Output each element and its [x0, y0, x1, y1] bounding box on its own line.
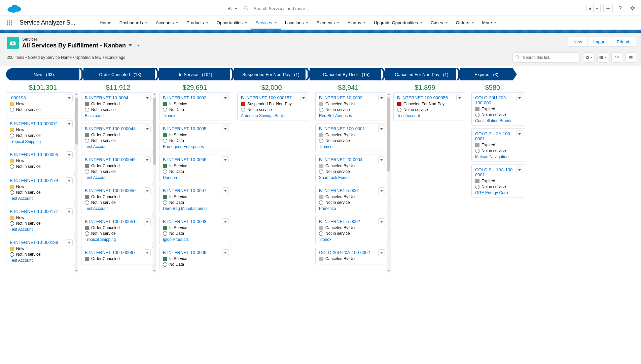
- card-title-link[interactable]: B-INTERNET-10-0007: [163, 188, 227, 193]
- card-menu-button[interactable]: [378, 249, 385, 256]
- stage-expired[interactable]: Expired (3): [460, 68, 513, 80]
- card-title-link[interactable]: B-INTERNET-10-000174: [10, 178, 71, 183]
- nav-cases[interactable]: Cases: [427, 16, 452, 30]
- kanban-card[interactable]: COLO-2U-2A-100-0001ExpiredNot in service…: [471, 128, 525, 161]
- kanban-card[interactable]: B-INTERNET-100-0001Canceled By UserNot i…: [315, 123, 387, 151]
- card-title-link[interactable]: B-INTERNET-10-0005: [163, 126, 227, 131]
- stage-in-service[interactable]: In Service (104): [159, 68, 232, 80]
- card-account-link[interactable]: Tronox: [319, 237, 331, 242]
- app-launcher-icon[interactable]: [6, 20, 13, 26]
- nav-opportunities[interactable]: Opportunities: [213, 16, 251, 30]
- card-account-link[interactable]: Matson Navigation: [475, 154, 508, 159]
- card-title-link[interactable]: B-INTERNET-10-0009: [163, 250, 227, 255]
- card-menu-button[interactable]: [222, 95, 229, 101]
- card-title-link[interactable]: B-INTERNET-100-000050: [85, 188, 149, 193]
- card-title-link[interactable]: B-INTERNET-100-000056: [397, 95, 462, 100]
- card-title-link[interactable]: B-INTERNET-100-000049: [85, 157, 149, 162]
- card-account-link[interactable]: Test Account: [85, 175, 108, 180]
- card-title-link[interactable]: COLO-20U-20A-100-0002: [319, 250, 384, 255]
- kanban-card[interactable]: B-INTERNET-10-0007In ServiceNo DataDuro …: [159, 185, 231, 213]
- kanban-card[interactable]: B-INTERNET-10-0009In ServiceNo Data: [159, 247, 231, 270]
- card-menu-button[interactable]: [66, 177, 73, 184]
- card-title-link[interactable]: B-INTERNET-100-000048: [85, 126, 149, 131]
- kanban-card[interactable]: B-INTERNET-10-0008In ServiceNo DataIgloo…: [159, 216, 231, 244]
- stage-suspended-for-non-pay[interactable]: Suspended For Non-Pay (1): [234, 68, 308, 80]
- kanban-card[interactable]: B-INTERNET-100-000157Suspended For Non-P…: [237, 92, 309, 120]
- search-scope-selector[interactable]: All: [224, 3, 240, 14]
- nav-orders[interactable]: Orders: [452, 16, 478, 30]
- card-account-link[interactable]: Red Bull Americas: [319, 113, 352, 118]
- card-title-link[interactable]: COLO-9U-10A-100-0001: [475, 167, 522, 177]
- nav-elements[interactable]: Elements: [313, 16, 344, 30]
- card-menu-button[interactable]: [378, 187, 385, 194]
- nav-more[interactable]: More: [478, 16, 501, 30]
- setup-button[interactable]: [628, 4, 637, 13]
- kanban-card[interactable]: COLO-20U-20A-100-0002Canceled By User: [315, 247, 387, 264]
- card-title-link[interactable]: B-INTERNET-5-0001: [319, 188, 384, 193]
- kanban-card[interactable]: B-INTERNET-100-000049Order CanceledNot i…: [81, 154, 153, 182]
- kanban-card[interactable]: B-INTERNET-10-000095NewNot in service: [6, 149, 75, 172]
- card-title-link[interactable]: B-INTERNET-100-0001: [319, 126, 384, 131]
- global-search[interactable]: All: [224, 3, 385, 14]
- kanban-card[interactable]: -000198NewNot in service: [6, 92, 75, 115]
- kanban-card[interactable]: B-INTERNET-5-0001Canceled By UserNot in …: [315, 185, 387, 213]
- card-title-link[interactable]: B-INTERNET-10-0003: [319, 95, 384, 100]
- card-title-link[interactable]: -000198: [10, 95, 71, 100]
- card-menu-button[interactable]: [144, 156, 151, 163]
- nav-accounts[interactable]: Accounts: [152, 16, 182, 30]
- card-title-link[interactable]: B-INTERNET-10-0004: [85, 95, 149, 100]
- kanban-card[interactable]: B-INTERNET-100-000067Order Canceled: [81, 247, 153, 264]
- card-menu-button[interactable]: [378, 95, 385, 101]
- card-menu-button[interactable]: [456, 95, 463, 101]
- card-menu-button[interactable]: [378, 218, 385, 225]
- card-menu-button[interactable]: [66, 120, 73, 127]
- card-account-link[interactable]: Test Account: [10, 196, 33, 201]
- card-menu-button[interactable]: [144, 187, 151, 194]
- card-title-link[interactable]: B-INTERNET-10-0008: [163, 219, 227, 224]
- list-view-name[interactable]: All Services By Fulfillment - Kanban: [22, 42, 126, 49]
- kanban-card[interactable]: B-INTERNET-10-0005In ServiceNo DataBrueg…: [159, 123, 231, 151]
- kanban-card[interactable]: B-INTERNET-100-000051Order CanceledNot i…: [81, 216, 153, 244]
- card-menu-button[interactable]: [516, 131, 523, 137]
- kanban-card[interactable]: B-INTERNET-10-000177NewNot in serviceTes…: [6, 206, 75, 234]
- card-account-link[interactable]: Test Account: [85, 144, 108, 149]
- card-title-link[interactable]: B-INTERNET-10-0002: [163, 95, 227, 100]
- nav-products[interactable]: Products: [182, 16, 212, 30]
- stage-canceled-by-user[interactable]: Canceled By User (15): [310, 68, 383, 80]
- printable-view-button[interactable]: Printab: [611, 37, 636, 46]
- card-title-link[interactable]: B-INTERNET-100-000051: [85, 219, 149, 224]
- card-title-link[interactable]: B-INTERNET-100-000157: [241, 95, 306, 100]
- kanban-card[interactable]: B-INTERNET-100-000056Canceled For Non-Pa…: [393, 92, 465, 120]
- card-title-link[interactable]: B-INTERNET-5-0002: [319, 219, 384, 224]
- filters-button[interactable]: [626, 52, 636, 63]
- kanban-card[interactable]: B-INTERNET-100-000050Order CanceledNot i…: [81, 185, 153, 213]
- refresh-button[interactable]: [611, 52, 622, 63]
- card-account-link[interactable]: Bruegger's Enterprises: [163, 144, 204, 149]
- card-menu-button[interactable]: [66, 95, 73, 101]
- card-account-link[interactable]: Test Account: [85, 206, 108, 211]
- card-menu-button[interactable]: [144, 249, 151, 256]
- import-button[interactable]: Import: [588, 37, 611, 46]
- card-account-link[interactable]: Test Account: [397, 113, 420, 118]
- card-menu-button[interactable]: [378, 156, 385, 163]
- global-actions-button[interactable]: +: [603, 4, 613, 13]
- card-account-link[interactable]: OGE Energy Corp: [475, 190, 508, 195]
- card-account-link[interactable]: Dannon: [163, 175, 177, 180]
- card-account-link[interactable]: Igloo Products: [163, 237, 189, 242]
- nav-locations[interactable]: Locations: [281, 16, 313, 30]
- kanban-card[interactable]: B-INTERNET-20-0004Canceled By UserNot in…: [315, 154, 387, 182]
- kanban-card[interactable]: B-INTERNET-5-0002Canceled By UserNot in …: [315, 216, 387, 244]
- chevron-down-icon[interactable]: [129, 44, 132, 46]
- new-button[interactable]: New: [568, 37, 588, 46]
- stage-new[interactable]: New (63): [6, 68, 81, 80]
- list-view-controls-button[interactable]: [583, 52, 594, 63]
- card-title-link[interactable]: COLO-2U-2A-100-0001: [475, 131, 522, 141]
- card-menu-button[interactable]: [66, 208, 73, 215]
- card-menu-button[interactable]: [516, 167, 523, 173]
- kanban-card[interactable]: COLO-9U-10A-100-0001ExpiredNot in servic…: [471, 164, 525, 197]
- display-as-button[interactable]: [597, 52, 608, 63]
- kanban-card[interactable]: COLO-20U-20A-100-000ExpiredNot in servic…: [471, 92, 525, 125]
- card-account-link[interactable]: Constellation Brands: [475, 118, 512, 123]
- card-account-link[interactable]: Tropical Shipping: [10, 139, 41, 144]
- card-account-link[interactable]: American Savings Bank: [241, 113, 284, 118]
